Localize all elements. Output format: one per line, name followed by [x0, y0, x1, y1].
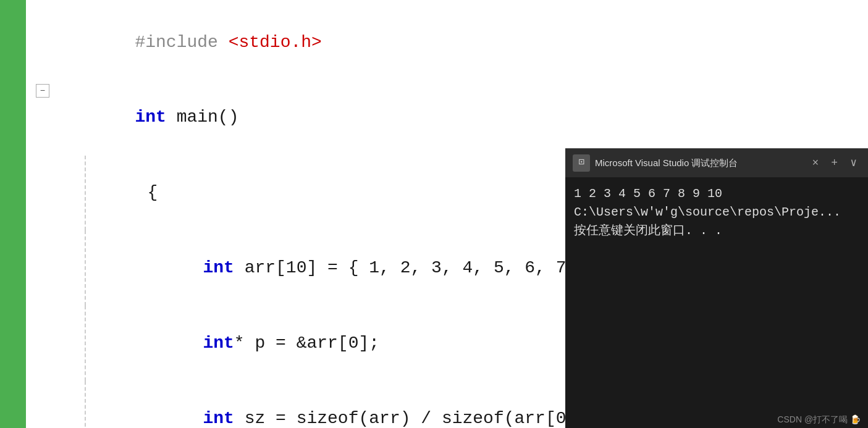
- line-include-content: #include <stdio.h>: [52, 5, 562, 80]
- line-ptr-content: int* p = &arr[0];: [52, 306, 562, 381]
- line-main: − int main(): [26, 80, 568, 156]
- terminal-output-line3: 按任意键关闭此窗口. . .: [574, 222, 859, 240]
- collapse-main-btn[interactable]: −: [36, 84, 49, 98]
- terminal-footer: CSDN @打不了喝 🍺: [565, 411, 868, 428]
- terminal-chevron-btn[interactable]: ∨: [846, 154, 861, 172]
- terminal-footer-text: CSDN @打不了喝 🍺: [777, 414, 861, 424]
- line-main-content: int main(): [52, 80, 562, 156]
- line-brace-open-content: {: [52, 156, 562, 231]
- line-brace-open: {: [26, 156, 568, 231]
- terminal-close-btn[interactable]: ×: [809, 154, 823, 172]
- left-accent-bar: [0, 0, 26, 428]
- code-editor: #include <stdio.h> − int main() { int ar…: [0, 0, 568, 428]
- line-arr-content: int arr[10] = { 1, 2, 3, 4, 5, 6, 7, 8, …: [52, 230, 568, 306]
- terminal-controls: × + ∨: [809, 154, 861, 172]
- terminal-add-btn[interactable]: +: [827, 154, 841, 172]
- line-sz-decl: int sz = sizeof(arr) / sizeof(arr[0]);: [26, 381, 568, 428]
- line-ptr-decl: int* p = &arr[0];: [26, 306, 568, 381]
- terminal-window: ⊡ Microsoft Visual Studio 调试控制台 × + ∨ 1 …: [565, 148, 868, 428]
- line-arr-decl: int arr[10] = { 1, 2, 3, 4, 5, 6, 7, 8, …: [26, 230, 568, 306]
- terminal-app-icon: ⊡: [573, 154, 590, 172]
- terminal-title: Microsoft Visual Studio 调试控制台: [595, 156, 804, 170]
- terminal-body: 1 2 3 4 5 6 7 8 9 10 C:\Users\w'w'g\sour…: [565, 177, 868, 411]
- terminal-output-line1: 1 2 3 4 5 6 7 8 9 10: [574, 185, 859, 203]
- line-include: #include <stdio.h>: [26, 5, 568, 80]
- code-content: #include <stdio.h> − int main() { int ar…: [26, 0, 568, 428]
- terminal-titlebar: ⊡ Microsoft Visual Studio 调试控制台 × + ∨: [565, 149, 868, 177]
- line-sz-content: int sz = sizeof(arr) / sizeof(arr[0]);: [52, 381, 568, 428]
- terminal-output-line2: C:\Users\w'w'g\source\repos\Proje...: [574, 203, 859, 222]
